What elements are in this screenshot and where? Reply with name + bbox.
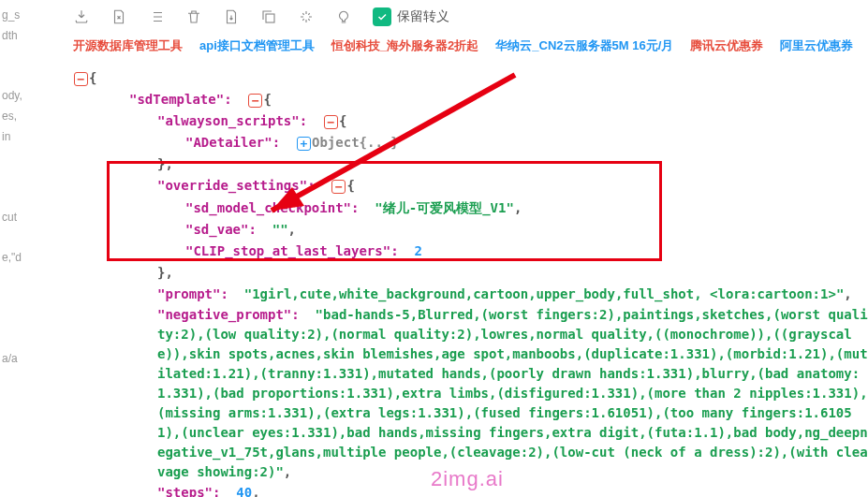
sparkle-icon[interactable]: [298, 8, 315, 25]
promo-link[interactable]: 阿里云优惠券: [780, 37, 853, 54]
promo-link[interactable]: 恒创科技_海外服务器2折起: [331, 37, 478, 54]
promo-links: 开源数据库管理工具 api接口文档管理工具 恒创科技_海外服务器2折起 华纳云_…: [66, 37, 868, 54]
toolbar: 保留转义: [66, 7, 868, 26]
left-cropped-text: g_s dth ody, es, in cut e,"d a/a: [0, 0, 37, 497]
json-value: 40: [236, 485, 252, 497]
list-icon[interactable]: [148, 8, 165, 25]
collapse-icon[interactable]: −: [74, 72, 88, 86]
copy-icon[interactable]: [260, 8, 277, 25]
json-key: "ADetailer": [185, 135, 272, 150]
collapse-icon[interactable]: −: [324, 115, 338, 129]
checkbox-checked-icon: [373, 7, 391, 26]
main-panel: 保留转义 开源数据库管理工具 api接口文档管理工具 恒创科技_海外服务器2折起…: [37, 0, 868, 497]
json-key: "sdTemplate": [129, 92, 224, 107]
file-x-icon[interactable]: [110, 8, 127, 25]
json-key: "sd_vae": [185, 222, 248, 237]
json-key: "negative_prompt": [157, 307, 291, 322]
json-key: "sd_model_checkpoint": [185, 200, 351, 215]
file-down-icon[interactable]: [223, 8, 240, 25]
svg-rect-0: [266, 14, 274, 22]
json-value: "绪儿-可爱风模型_V1": [375, 200, 514, 215]
preserve-escape-checkbox[interactable]: 保留转义: [373, 7, 449, 26]
promo-link[interactable]: 开源数据库管理工具: [73, 37, 183, 54]
collapse-icon[interactable]: −: [248, 94, 262, 108]
json-viewer: −{ "sdTemplate": −{ "alwayson_scripts": …: [66, 67, 868, 497]
json-value: 2: [414, 243, 421, 258]
json-stub[interactable]: Object{...}: [312, 135, 399, 150]
expand-icon[interactable]: +: [297, 137, 311, 151]
promo-link[interactable]: 华纳云_CN2云服务器5M 16元/月: [495, 37, 673, 54]
download-icon[interactable]: [73, 8, 90, 25]
promo-link[interactable]: 腾讯云优惠券: [690, 37, 763, 54]
json-value: "": [272, 222, 288, 237]
json-value: "1girl,cute,white_background,cartoon,upp…: [244, 286, 845, 301]
json-key: "CLIP_stop_at_last_layers": [185, 243, 390, 258]
trash-icon[interactable]: [185, 8, 202, 25]
json-key: "override_settings": [157, 178, 307, 193]
json-value: "bad-hands-5,Blurred,(worst fingers:2),p…: [157, 307, 868, 479]
collapse-icon[interactable]: −: [331, 180, 346, 194]
json-key: "prompt": [157, 286, 220, 301]
promo-link[interactable]: api接口文档管理工具: [199, 37, 315, 54]
watermark: 2img.ai: [431, 467, 504, 491]
bulb-icon[interactable]: [335, 8, 352, 25]
json-key: "alwayson_scripts": [157, 113, 300, 128]
json-key: "steps": [157, 485, 213, 497]
checkbox-label: 保留转义: [397, 8, 449, 25]
